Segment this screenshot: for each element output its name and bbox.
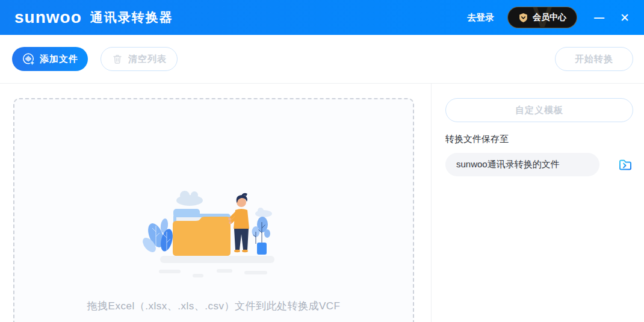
app-window: sunwoo 通讯录转换器 去登录 V 会员中心 — ✕: [0, 0, 644, 322]
folder-open-browse-icon[interactable]: [618, 157, 633, 173]
member-center-label: 会员中心: [533, 12, 566, 23]
save-location-row: [445, 153, 633, 176]
start-convert-label: 开始转换: [575, 54, 613, 65]
save-path-input[interactable]: [445, 153, 599, 176]
member-center-button[interactable]: V 会员中心: [507, 7, 577, 28]
minimize-icon[interactable]: —: [594, 13, 604, 23]
folder-person-illustration: [141, 184, 286, 282]
trash-icon: [111, 53, 123, 65]
toolbar: 添加文件 清空列表 开始转换: [0, 35, 644, 84]
dropzone-hint: 拖拽Excel（.xlsx、.xls、.csv）文件到此处转换成VCF: [14, 299, 413, 313]
titlebar: sunwoo 通讯录转换器 去登录 V 会员中心 — ✕: [0, 0, 644, 35]
app-title: 通讯录转换器: [90, 9, 173, 26]
vip-shield-icon: [518, 13, 528, 23]
custom-template-label: 自定义模板: [515, 105, 563, 116]
file-dropzone[interactable]: 拖拽Excel（.xlsx、.xls、.csv）文件到此处转换成VCF: [13, 98, 414, 322]
save-location-label: 转换文件保存至: [445, 134, 633, 145]
content-area: 拖拽Excel（.xlsx、.xls、.csv）文件到此处转换成VCF 自定义模…: [0, 84, 644, 322]
clear-list-label: 清空列表: [128, 54, 167, 65]
side-panel: 自定义模板 转换文件保存至: [432, 84, 644, 322]
start-convert-button[interactable]: 开始转换: [555, 47, 633, 71]
waveform-add-icon: [22, 52, 36, 66]
clear-list-button[interactable]: 清空列表: [101, 47, 178, 71]
titlebar-actions: 去登录 V 会员中心 — ✕: [467, 7, 630, 28]
close-icon[interactable]: ✕: [620, 12, 630, 23]
add-files-label: 添加文件: [40, 54, 78, 65]
custom-template-button[interactable]: 自定义模板: [445, 98, 633, 122]
brand-logo: sunwoo: [14, 9, 82, 26]
login-link[interactable]: 去登录: [467, 12, 494, 23]
add-files-button[interactable]: 添加文件: [12, 47, 88, 71]
